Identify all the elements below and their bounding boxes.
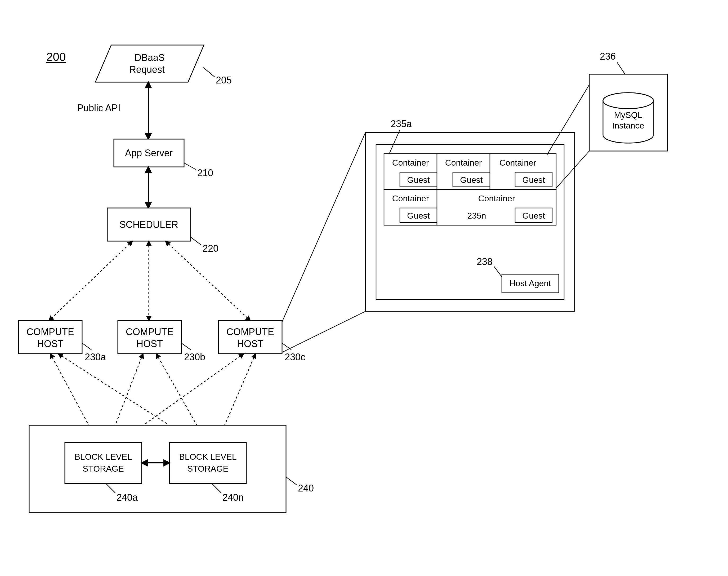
container-n-guest: Guest bbox=[522, 211, 545, 221]
storage-n-line2: STORAGE bbox=[187, 464, 229, 473]
svg-rect-7 bbox=[65, 442, 142, 484]
dbaas-request-line2: Request bbox=[129, 64, 165, 75]
arrow-scheduler-host-a bbox=[49, 241, 132, 321]
container-1-guest: Guest bbox=[407, 175, 429, 185]
app-server-node: App Server 210 bbox=[114, 139, 213, 178]
host-a-ref: 230a bbox=[85, 352, 106, 363]
figure-ref: 200 bbox=[47, 50, 66, 63]
mysql-line1: MySQL bbox=[614, 110, 642, 120]
host-b-ref: 230b bbox=[184, 352, 205, 363]
svg-point-24 bbox=[603, 93, 653, 109]
storage-n-ref: 240n bbox=[222, 492, 244, 503]
storage-a-ref: 240a bbox=[117, 492, 138, 503]
svg-marker-0 bbox=[95, 45, 204, 82]
container-3: Container Guest bbox=[490, 154, 556, 190]
host-c-ref: 230c bbox=[285, 352, 305, 363]
host-c-line1: COMPUTE bbox=[226, 326, 274, 337]
host-c-line2: HOST bbox=[237, 338, 264, 349]
container-2-label: Container bbox=[445, 158, 482, 168]
container-3-guest: Guest bbox=[522, 175, 545, 185]
container-n-ref: 235n bbox=[467, 211, 486, 221]
mysql-line2: Instance bbox=[612, 121, 644, 131]
storage-group-ref: 240 bbox=[298, 483, 314, 494]
storage-a-line2: STORAGE bbox=[83, 464, 124, 473]
host-agent-ref: 238 bbox=[477, 256, 492, 267]
host-agent-label: Host Agent bbox=[510, 279, 551, 288]
container-2-guest: Guest bbox=[460, 175, 483, 185]
host-a-line1: COMPUTE bbox=[27, 326, 74, 337]
container-2: Container Guest bbox=[437, 154, 490, 190]
container-4-guest: Guest bbox=[407, 211, 429, 221]
scheduler-label: SCHEDULER bbox=[119, 219, 178, 230]
mysql-ref: 236 bbox=[600, 51, 616, 62]
compute-host-b: COMPUTE HOST 230b bbox=[118, 321, 205, 363]
container-first-ref: 235a bbox=[391, 118, 412, 129]
public-api-label: Public API bbox=[77, 103, 121, 113]
dbaas-request-line1: DBaaS bbox=[134, 52, 165, 63]
storage-n-line1: BLOCK LEVEL bbox=[179, 452, 237, 462]
dbaas-request-node: DBaaS Request 205 bbox=[95, 45, 232, 86]
container-4-label: Container bbox=[392, 194, 429, 203]
storage-group: 240 BLOCK LEVEL STORAGE 240a BLOCK LEVEL… bbox=[29, 425, 314, 513]
svg-rect-8 bbox=[170, 442, 246, 484]
container-4: Container Guest bbox=[384, 190, 437, 225]
callout-line-top bbox=[282, 133, 365, 322]
mysql-instance: MySQL Instance 236 bbox=[589, 51, 667, 151]
app-server-ref: 210 bbox=[197, 168, 213, 178]
host-b-line2: HOST bbox=[136, 338, 163, 349]
host-detail-panel: Container Guest Container Guest Containe… bbox=[365, 118, 575, 311]
callout-line-bottom bbox=[282, 311, 365, 352]
compute-host-c: COMPUTE HOST 230c bbox=[218, 321, 305, 363]
scheduler-node: SCHEDULER 220 bbox=[107, 208, 218, 254]
host-b-line1: COMPUTE bbox=[126, 326, 174, 337]
container-n-label: Container bbox=[478, 194, 515, 203]
storage-a-line1: BLOCK LEVEL bbox=[75, 452, 132, 462]
dbaas-request-ref: 205 bbox=[216, 75, 232, 86]
app-server-label: App Server bbox=[125, 148, 173, 159]
container-1: Container Guest bbox=[384, 154, 437, 190]
container-3-label: Container bbox=[499, 158, 536, 168]
host-a-line2: HOST bbox=[37, 338, 64, 349]
container-1-label: Container bbox=[392, 158, 429, 168]
container-n: Container 235n Guest bbox=[437, 190, 556, 225]
scheduler-ref: 220 bbox=[203, 243, 218, 254]
